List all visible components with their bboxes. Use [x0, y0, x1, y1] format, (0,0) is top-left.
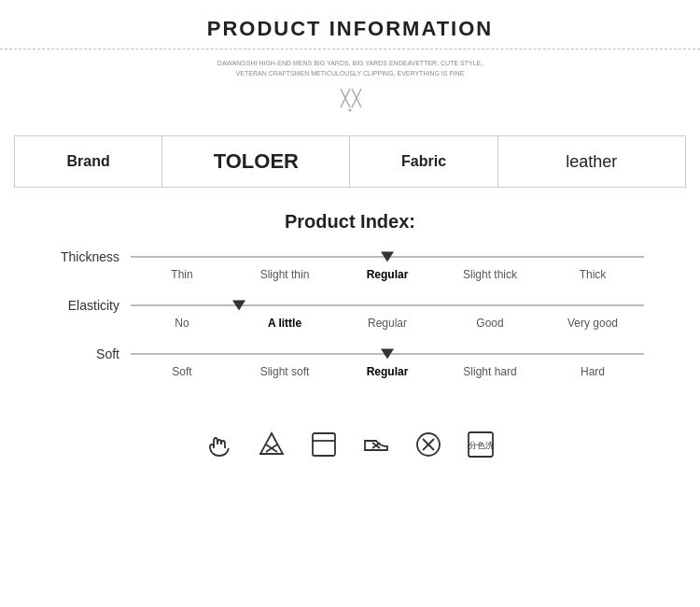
elasticity-tick-3: Good [439, 317, 541, 330]
deco-text-block: DAWANGSHI HIGH-END MENS BIG YARDS, BIG Y… [0, 49, 700, 78]
thickness-label: Thickness [56, 249, 131, 264]
soft-tick-2: Regular [336, 365, 439, 378]
deco-symbol [0, 78, 700, 126]
elasticity-tick-0: No [131, 317, 233, 330]
handwash-icon [203, 428, 236, 461]
thickness-tick-2: Regular [336, 268, 439, 281]
no-iron-icon [359, 428, 393, 461]
elasticity-row: Elasticity No A little Regular Good Very… [56, 298, 644, 330]
soft-label: Soft [56, 346, 131, 361]
elasticity-tick-1: A little [233, 317, 336, 330]
product-info-table: Brand TOLOER Fabric leather [14, 135, 686, 188]
no-dryclean-icon [412, 428, 445, 461]
thickness-row: Thickness Thin Slight thin Regular Sligh… [56, 249, 644, 281]
fabric-label-cell: Fabric [350, 136, 497, 188]
elasticity-tick-2: Regular [336, 317, 439, 330]
svg-marker-5 [260, 433, 283, 454]
thickness-ticks: Thin Slight thin Regular Slight thick Th… [56, 266, 644, 281]
color-wash-icon: 分色洗 [464, 428, 497, 461]
deco-line1: DAWANGSHI HIGH-END MENS BIG YARDS, BIG Y… [121, 59, 579, 69]
brand-value-cell: TOLOER [162, 136, 350, 188]
fabric-value-cell: leather [497, 136, 685, 188]
page-title: PRODUCT INFORMATION [9, 17, 691, 41]
thickness-tick-1: Slight thin [233, 268, 336, 281]
product-index-title: Product Index: [56, 211, 644, 233]
no-bleach-icon [255, 428, 288, 461]
elasticity-indicator [232, 301, 245, 311]
thickness-track [131, 253, 644, 261]
soft-track [131, 350, 644, 358]
soft-tick-0: Soft [131, 365, 233, 378]
thickness-indicator [381, 252, 394, 262]
thickness-tick-3: Slight thick [439, 268, 541, 281]
soft-indicator [381, 349, 394, 360]
soft-row: Soft Soft Slight soft Regular Slight har… [56, 346, 644, 378]
soft-tick-4: Hard [541, 365, 644, 378]
elasticity-tick-4: Very good [541, 317, 644, 330]
thickness-tick-0: Thin [131, 268, 233, 281]
elasticity-label: Elasticity [56, 298, 131, 313]
brand-label-cell: Brand [15, 136, 162, 188]
svg-rect-8 [313, 433, 335, 456]
deco-line2: VETERAN CRAFTSMEN METICULOUSLY CLIPPING,… [121, 69, 579, 79]
soft-ticks: Soft Slight soft Regular Slight hard Har… [56, 363, 644, 378]
product-index-section: Product Index: Thickness Thin Slight thi… [0, 206, 700, 414]
svg-text:分色洗: 分色洗 [469, 441, 494, 450]
elasticity-track [131, 302, 644, 309]
elasticity-ticks: No A little Regular Good Very good [56, 315, 644, 330]
thickness-tick-4: Thick [541, 268, 644, 281]
soft-tick-3: Slight hard [439, 365, 541, 378]
deco-cross-icon [322, 84, 378, 112]
tumble-dry-icon [307, 428, 341, 461]
soft-tick-1: Slight soft [233, 365, 336, 378]
svg-point-4 [349, 109, 352, 112]
page-header: PRODUCT INFORMATION [0, 0, 700, 49]
care-icons-section: 分色洗 [0, 414, 700, 480]
